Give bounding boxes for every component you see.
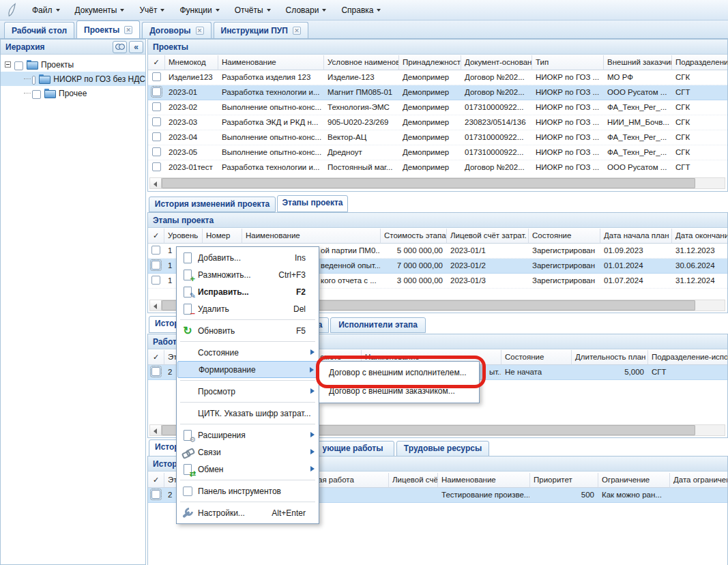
row-checkbox[interactable]: [152, 72, 161, 81]
menubar-item-functions[interactable]: Функции: [172, 3, 227, 18]
sidebar-collapse-button[interactable]: «: [129, 41, 143, 53]
check-column-header[interactable]: ✓: [148, 55, 165, 70]
row-checkbox[interactable]: [152, 162, 161, 171]
tab-labor-resources[interactable]: Трудовые ресурсы: [396, 441, 489, 457]
context-menu-item-add[interactable]: Добавить...Ins: [177, 249, 318, 266]
column-header[interactable]: Тип: [532, 55, 604, 70]
context-menu-item-delete[interactable]: УдалитьDel: [177, 300, 318, 317]
menubar-item-documents[interactable]: Документы: [68, 3, 132, 18]
column-header[interactable]: Наименование: [218, 55, 324, 70]
column-header[interactable]: Состояние: [529, 229, 600, 244]
check-column-header[interactable]: ✓: [148, 229, 164, 244]
column-header[interactable]: Документ-основан: [461, 55, 532, 70]
context-menu-item-state[interactable]: Состояние: [177, 344, 318, 361]
tab-project-history[interactable]: История изменений проекта: [149, 197, 276, 212]
context-menu-item-settings[interactable]: Настройки...Alt+Enter: [177, 504, 318, 521]
context-menu-item-refresh[interactable]: ↻ОбновитьF5: [177, 322, 318, 339]
row-checkbox[interactable]: [152, 132, 161, 141]
row-checkbox[interactable]: [152, 147, 161, 156]
row-checkbox[interactable]: [152, 117, 161, 126]
check-column-header[interactable]: ✓: [148, 350, 164, 365]
tab-contracts[interactable]: Договоры✕: [142, 22, 211, 38]
row-checkbox[interactable]: [151, 490, 160, 499]
column-header[interactable]: Наименование: [438, 473, 530, 488]
column-header[interactable]: вая работа: [310, 473, 389, 488]
column-header[interactable]: Стоимость этапа: [381, 229, 447, 244]
column-header[interactable]: Номер: [203, 229, 242, 244]
column-header-label: Внешний заказчик: [607, 58, 672, 66]
context-menu-item-formation[interactable]: Формирование: [177, 361, 318, 378]
column-header[interactable]: Принадлежность: [399, 55, 461, 70]
menubar-item-dictionaries[interactable]: Словари: [278, 3, 334, 18]
column-header[interactable]: Внешний заказчик: [604, 55, 672, 70]
collapse-expander-icon[interactable]: [5, 61, 11, 68]
tree-item-checkbox[interactable]: [32, 76, 35, 85]
menu-item-label: Договор с внешним заказчиком...: [329, 386, 455, 396]
row-checkbox[interactable]: [151, 276, 160, 285]
column-header[interactable]: Дата окончани: [672, 229, 727, 244]
column-header[interactable]: Ограничение: [598, 473, 670, 488]
tab-desktop[interactable]: Рабочий стол: [4, 22, 74, 38]
column-header[interactable]: Длительность план: [572, 350, 648, 365]
scroll-thumb[interactable]: [162, 178, 695, 188]
context-menu-item-edit[interactable]: Исправить...F2: [177, 283, 318, 300]
tree-item-niokr-goz-no-vat[interactable]: НИОКР по ГОЗ без НДС: [1, 72, 145, 86]
context-menu-item-citk-cost-code[interactable]: ЦИТК. Указать шифр затрат...: [177, 405, 318, 422]
context-menu-item-toolbar[interactable]: Панель инструментов: [177, 482, 318, 499]
column-header[interactable]: Подразделение-испо: [648, 350, 727, 365]
row-checkbox[interactable]: [152, 102, 161, 111]
column-header[interactable]: Приоритет: [530, 473, 598, 488]
row-checkbox[interactable]: [151, 261, 160, 270]
column-header[interactable]: Условное наименова: [324, 55, 399, 70]
context-menu-item-duplicate[interactable]: Размножить...Ctrl+F3: [177, 266, 318, 283]
tab-pup-instructions[interactable]: Инструкции ПУП✕: [214, 22, 308, 38]
column-header[interactable]: Мнемокод: [165, 55, 218, 70]
row-checkbox[interactable]: [151, 246, 160, 255]
menubar-item-reports[interactable]: Отчёты: [227, 3, 278, 18]
column-header[interactable]: Состояние: [501, 350, 572, 365]
hierarchy-title: Иерархия: [5, 40, 45, 55]
table-row[interactable]: 2023-01тестРазработка технологии и...Пос…: [148, 160, 727, 175]
column-header[interactable]: Лицевой счёт затрат.: [447, 229, 529, 244]
menubar-item-help[interactable]: Справка: [334, 3, 388, 18]
tree-item-other[interactable]: Прочее: [1, 86, 145, 100]
table-row[interactable]: 2023-01Разработка технологии и...Магнит …: [148, 85, 727, 100]
tab-preceding-works-partial[interactable]: ующие работы: [311, 441, 394, 457]
context-menu-item-links[interactable]: Связи: [177, 444, 318, 461]
table-row[interactable]: 2023-02Выполнение опытно-конс...Технолог…: [148, 100, 727, 115]
table-row[interactable]: Изделие123Разработка изделия 123Изделие-…: [148, 70, 727, 85]
submenu-item-contract-external-customer[interactable]: Договор с внешним заказчиком...: [321, 382, 478, 401]
submenu-item-contract-external-executor[interactable]: Договор с внешним исполнителем...: [321, 364, 478, 382]
tree-item-projects-root[interactable]: Проекты: [1, 57, 145, 72]
column-header[interactable]: Уровень: [164, 229, 203, 244]
close-icon[interactable]: ✕: [196, 27, 204, 35]
check-column-header[interactable]: ✓: [148, 473, 164, 488]
scroll-left-button[interactable]: [150, 178, 162, 188]
column-header[interactable]: Дата ограничени: [670, 473, 727, 488]
projects-horizontal-scrollbar[interactable]: [149, 177, 725, 189]
close-icon[interactable]: ✕: [293, 27, 301, 35]
scroll-left-button[interactable]: [150, 300, 162, 310]
tree-item-checkbox[interactable]: [32, 90, 41, 99]
tree-item-checkbox[interactable]: [14, 61, 23, 70]
column-header[interactable]: Подразделение: [672, 55, 727, 70]
row-checkbox[interactable]: [152, 87, 161, 96]
row-checkbox[interactable]: [151, 367, 160, 376]
tab-projects[interactable]: Проекты✕: [76, 20, 140, 38]
tree-search-button[interactable]: [113, 41, 127, 53]
menubar-item-accounting[interactable]: Учёт: [132, 3, 172, 18]
tab-project-stages[interactable]: Этапы проекта: [277, 195, 348, 212]
scroll-left-button[interactable]: [150, 425, 162, 435]
close-icon[interactable]: ✕: [124, 26, 132, 34]
menubar-item-file[interactable]: Файл: [25, 3, 68, 18]
column-header[interactable]: Наименование: [242, 229, 381, 244]
column-header[interactable]: Дата начала план: [600, 229, 672, 244]
context-menu-item-exchange[interactable]: Обмен: [177, 461, 318, 478]
context-menu-item-extensions[interactable]: Расширения: [177, 426, 318, 444]
column-header[interactable]: Лицевой счёт затр: [389, 473, 438, 488]
table-row[interactable]: 2023-05Выполнение опытно-конс...Дредноут…: [148, 145, 727, 160]
table-row[interactable]: 2023-04Выполнение опытно-конс...Вектор-А…: [148, 130, 727, 145]
table-row[interactable]: 2023-03Разработка ЭКД и РКД н...905-U020…: [148, 115, 727, 130]
tab-stage-executors[interactable]: Исполнители этапа: [330, 317, 426, 333]
context-menu-item-view[interactable]: Просмотр: [177, 383, 318, 400]
